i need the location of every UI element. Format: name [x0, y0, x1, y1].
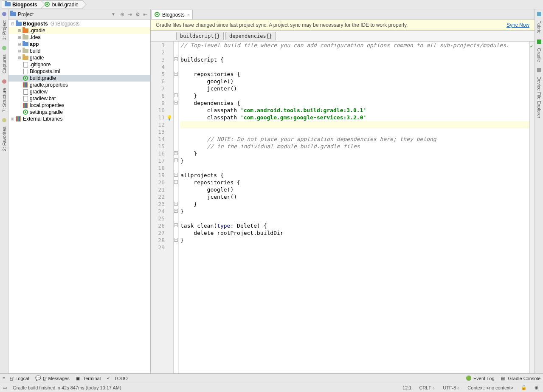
- code-line[interactable]: classpath 'com.google.gms:google-service…: [180, 114, 529, 121]
- fold-toggle[interactable]: −: [174, 72, 178, 76]
- fold-toggle[interactable]: ⌐: [174, 202, 178, 206]
- intention-bulb-icon[interactable]: 💡: [166, 114, 172, 120]
- tree-expander[interactable]: ⊞: [17, 56, 22, 60]
- tree-item[interactable]: gradle.properties: [8, 82, 150, 88]
- code-editor[interactable]: 1234567891011💡12131415161718192021222324…: [151, 42, 535, 373]
- fold-toggle[interactable]: −: [174, 57, 178, 61]
- tree-item[interactable]: gradlew: [8, 88, 150, 95]
- code-line[interactable]: allprojects {: [180, 172, 529, 179]
- fold-column[interactable]: −−⌐−⌐⌐−−⌐⌐−⌐: [174, 42, 179, 373]
- tree-expander[interactable]: ⊟: [10, 22, 15, 26]
- code-content[interactable]: // Top-level build file where you can ad…: [179, 42, 529, 373]
- editor-tab[interactable]: Blogposts ×: [152, 10, 193, 19]
- code-line[interactable]: // NOTE: Do not place your application d…: [180, 135, 529, 143]
- tree-item[interactable]: ⊞External Libraries: [8, 116, 150, 122]
- bottom-tab[interactable]: ≡6: Logcat: [3, 375, 29, 381]
- code-line[interactable]: // in the individual module build.gradle…: [180, 143, 529, 150]
- tree-item[interactable]: ⊞gradle: [8, 54, 150, 61]
- code-line[interactable]: [180, 164, 529, 172]
- left-rail-tab[interactable]: 2: Favorites: [1, 123, 8, 154]
- structure-crumb[interactable]: buildscript{}: [176, 32, 224, 40]
- hide-icon[interactable]: ⇤: [142, 11, 149, 18]
- tree-item[interactable]: ⊟BlogpostsG:\Blogposts: [8, 20, 150, 27]
- code-line[interactable]: }: [180, 208, 529, 215]
- code-line[interactable]: buildscript {: [180, 56, 529, 63]
- tree-item[interactable]: Blogposts.iml: [8, 68, 150, 75]
- context-indicator[interactable]: Context: <no context>: [466, 385, 515, 390]
- code-line[interactable]: }: [180, 237, 529, 244]
- file-encoding[interactable]: UTF-8≑: [441, 385, 461, 390]
- code-line[interactable]: // Top-level build file where you can ad…: [180, 42, 529, 49]
- breadcrumb-item[interactable]: build.gradle: [42, 0, 83, 9]
- code-line[interactable]: [180, 215, 529, 222]
- tree-item[interactable]: build.gradle: [8, 75, 150, 82]
- bottom-tab[interactable]: 🟢Event Log: [466, 375, 495, 381]
- breadcrumb-item[interactable]: Blogposts: [2, 0, 42, 9]
- code-line[interactable]: google(): [180, 78, 529, 85]
- tree-expander[interactable]: ⊞: [10, 117, 15, 121]
- fold-toggle[interactable]: −: [174, 180, 178, 184]
- tree-item[interactable]: local.properties: [8, 102, 150, 109]
- tree-item[interactable]: ⊞app: [8, 41, 150, 48]
- fold-toggle[interactable]: ⌐: [174, 209, 178, 213]
- tree-item[interactable]: gradlew.bat: [8, 95, 150, 102]
- tree-item[interactable]: settings.gradle: [8, 109, 150, 116]
- tree-item[interactable]: ⊞.gradle: [8, 27, 150, 34]
- left-rail-tab[interactable]: 1: Project: [1, 17, 8, 43]
- chevron-down-icon[interactable]: ▼: [111, 12, 115, 17]
- code-line[interactable]: jcenter(): [180, 193, 529, 200]
- code-line[interactable]: delete rootProject.buildDir: [180, 229, 529, 237]
- code-line[interactable]: google(): [180, 186, 529, 193]
- code-line[interactable]: task clean(type: Delete) {: [180, 222, 529, 229]
- fold-toggle[interactable]: ⌐: [174, 158, 178, 162]
- line-separator[interactable]: CRLF≑: [417, 385, 437, 390]
- collapse-icon[interactable]: ⇥: [127, 11, 133, 18]
- tree-expander[interactable]: ⊞: [17, 42, 22, 46]
- tree-expander[interactable]: ⊞: [17, 49, 22, 53]
- code-line[interactable]: }: [180, 92, 529, 99]
- code-line[interactable]: [180, 121, 529, 128]
- tree-item[interactable]: ⊞.idea: [8, 34, 150, 41]
- bottom-tab[interactable]: ▣Terminal: [76, 375, 101, 381]
- bottom-tab[interactable]: ▤Gradle Console: [501, 375, 540, 381]
- code-line[interactable]: }: [180, 200, 529, 208]
- close-icon[interactable]: ×: [187, 12, 190, 17]
- left-rail-tab[interactable]: Captures: [1, 51, 8, 77]
- tree-expander[interactable]: ⊞: [17, 35, 22, 39]
- fold-toggle[interactable]: −: [174, 101, 178, 104]
- left-rail-tab[interactable]: 7: Structure: [1, 85, 8, 116]
- structure-crumb[interactable]: dependencies{}: [225, 32, 276, 40]
- caret-position[interactable]: 12:1: [401, 385, 413, 390]
- fold-toggle[interactable]: −: [174, 223, 178, 227]
- right-rail-tab[interactable]: Gradle: [536, 45, 543, 65]
- code-line[interactable]: classpath 'com.android.tools.build:gradl…: [180, 107, 529, 114]
- project-view-selector[interactable]: Project: [18, 11, 109, 17]
- sync-now-link[interactable]: Sync Now: [506, 22, 529, 28]
- error-stripe[interactable]: ✔: [529, 42, 535, 373]
- inspector-icon[interactable]: ◉: [533, 385, 540, 390]
- code-line[interactable]: dependencies {: [180, 99, 529, 107]
- lock-icon[interactable]: 🔓: [519, 385, 529, 390]
- code-line[interactable]: [180, 63, 529, 71]
- tree-expander[interactable]: ⊞: [17, 28, 22, 33]
- fold-toggle[interactable]: −: [174, 173, 178, 177]
- right-rail-tab[interactable]: Fabric: [536, 17, 543, 37]
- right-rail-tab[interactable]: Device File Explorer: [536, 73, 543, 121]
- fold-toggle[interactable]: ⌐: [174, 151, 178, 155]
- code-line[interactable]: repositories {: [180, 71, 529, 78]
- code-line[interactable]: jcenter(): [180, 85, 529, 92]
- scroll-target-icon[interactable]: ⊕: [119, 11, 126, 18]
- bottom-tab[interactable]: 💬0: Messages: [35, 375, 69, 381]
- code-line[interactable]: [180, 128, 529, 135]
- tree-item[interactable]: ⊞build: [8, 48, 150, 54]
- project-tree[interactable]: ⊟BlogpostsG:\Blogposts⊞.gradle⊞.idea⊞app…: [8, 20, 150, 373]
- code-line[interactable]: [180, 244, 529, 251]
- code-line[interactable]: }: [180, 157, 529, 164]
- code-line[interactable]: }: [180, 150, 529, 157]
- gear-icon[interactable]: ⚙: [134, 11, 141, 18]
- fold-toggle[interactable]: ⌐: [174, 238, 178, 242]
- bottom-tab[interactable]: ✓TODO: [107, 375, 128, 381]
- tree-item[interactable]: .gitignore: [8, 61, 150, 68]
- fold-toggle[interactable]: ⌐: [174, 93, 178, 97]
- code-line[interactable]: repositories {: [180, 179, 529, 186]
